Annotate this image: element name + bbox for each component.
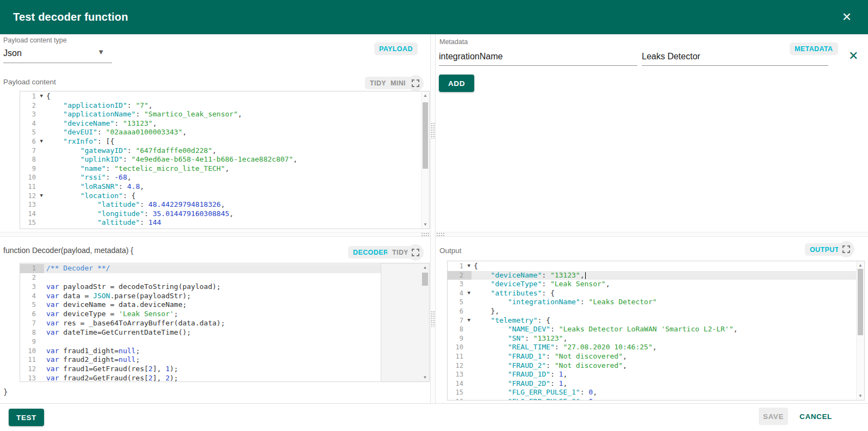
scroll-up-icon[interactable]: ▲ — [421, 265, 429, 270]
code-line[interactable]: 3 "applicationName": "Smartico_leak_sens… — [20, 110, 429, 119]
cancel-button[interactable]: CANCEL — [795, 408, 836, 425]
code-line[interactable]: 10var fraud1_dight=null; — [20, 347, 429, 356]
code-line[interactable]: 3var payloadStr = decodeToString(payload… — [20, 282, 429, 292]
code-line[interactable]: 9 "SN": "13123", — [448, 334, 864, 343]
payload-type-select[interactable]: Json ▼ — [3, 46, 112, 63]
line-number: 11 — [448, 352, 472, 361]
code-line[interactable]: 6var deviceType = 'Leak Sensor'; — [20, 310, 429, 319]
line-number: 13 — [20, 200, 44, 210]
line-number: 4▼ — [448, 289, 472, 298]
scrollbar-thumb[interactable] — [858, 269, 863, 335]
metadata-badge: METADATA — [790, 42, 838, 55]
metadata-label: Metadata — [439, 38, 468, 46]
code-line[interactable]: 15 "FLG_ERR_PULSE_1": 0, — [448, 388, 864, 397]
line-number: 2 — [448, 271, 472, 280]
code-line[interactable]: 7var res = _base64ToArrayBuffer(data.dat… — [20, 319, 429, 328]
line-number: 10 — [448, 343, 472, 352]
code-line[interactable]: 2 — [20, 273, 429, 282]
scroll-down-icon[interactable]: ▼ — [421, 375, 429, 380]
fullscreen-button-payload[interactable] — [407, 75, 424, 91]
code-line[interactable]: 11 "loRaSNR": 4.8, — [20, 182, 429, 192]
line-number: 7 — [20, 146, 44, 156]
fold-arrow-icon[interactable]: ▼ — [468, 316, 470, 325]
code-line[interactable]: 6▼ "rxInfo": [{ — [20, 137, 429, 146]
line-number: 12 — [448, 361, 472, 371]
code-line[interactable]: 14 "longitude": 35.014479160308845, — [20, 210, 429, 219]
splitter-grip[interactable] — [431, 311, 435, 327]
code-line[interactable]: 12▼ "location": { — [20, 192, 429, 201]
code-line[interactable]: 1▼{ — [20, 92, 429, 101]
decoder-scrollbar[interactable]: ▲ ▼ — [421, 263, 429, 381]
fold-arrow-icon[interactable]: ▼ — [468, 261, 470, 270]
code-line[interactable]: 15 "altitude": 144 — [20, 218, 429, 227]
fold-arrow-icon[interactable]: ▼ — [40, 191, 43, 200]
code-line[interactable]: 1/** Decoder **/ — [20, 264, 429, 273]
code-line[interactable]: 10 "rssi": -68, — [20, 173, 429, 182]
close-icon[interactable]: × — [836, 7, 857, 27]
code-line[interactable]: 2 "deviceName": "13123", — [448, 271, 864, 280]
code-line[interactable]: 13 "FRAUD_1D": 1, — [448, 370, 864, 379]
code-line[interactable]: 4 "deviceName": "13123", — [20, 119, 429, 128]
code-line[interactable]: 14 "FRAUD_2D": 1, — [448, 379, 864, 389]
line-number: 1▼ — [20, 92, 44, 101]
code-line[interactable]: 7 "gatewayID": "647fdafffe00d228", — [20, 146, 429, 156]
metadata-delete-icon[interactable]: ✕ — [848, 50, 858, 62]
code-line[interactable]: 5var deviceName = data.deviceName; — [20, 300, 429, 310]
code-line[interactable]: 8 "NAME_DEV": "Leaks Detector LoRaWAN 'S… — [448, 325, 864, 334]
fold-arrow-icon[interactable]: ▼ — [468, 288, 470, 298]
test-button[interactable]: TEST — [9, 409, 44, 426]
code-line[interactable]: 12var fraud1=GetFraud(res[2], 1); — [20, 365, 429, 374]
output-editor[interactable]: 1▼{2 "deviceName": "13123",3 "deviceType… — [447, 261, 865, 401]
line-number: 15 — [448, 388, 472, 397]
decoder-editor[interactable]: 1/** Decoder **/23var payloadStr = decod… — [20, 263, 430, 382]
payload-editor[interactable]: 1▼{2 "applicationID": "7",3 "application… — [20, 91, 430, 229]
vertical-splitter[interactable] — [430, 34, 436, 403]
payload-type-value: Json — [3, 48, 22, 58]
fullscreen-button-decoder[interactable] — [407, 244, 424, 261]
scroll-up-icon[interactable]: ▲ — [857, 263, 864, 268]
code-line[interactable]: 9 "name": "tectelic_micro_lite_TECH", — [20, 164, 429, 174]
add-button[interactable]: ADD — [439, 75, 474, 92]
fold-arrow-icon[interactable]: ▼ — [40, 91, 43, 101]
scrollbar-thumb[interactable] — [423, 102, 428, 169]
scroll-up-icon[interactable]: ▲ — [421, 93, 429, 98]
fullscreen-icon — [412, 79, 419, 87]
decoder-badge: DECODER — [348, 246, 393, 258]
code-line[interactable]: 13 "latitude": 48.44229794818326, — [20, 200, 429, 210]
line-number: 16 — [448, 397, 472, 401]
code-line[interactable]: 11var fraud2_dight=null; — [20, 355, 429, 365]
line-number: 8 — [20, 155, 44, 164]
code-line[interactable]: 1▼{ — [448, 262, 864, 271]
code-line[interactable]: 9 — [20, 337, 429, 347]
line-number: 1 — [20, 264, 44, 273]
code-line[interactable]: 4▼ "attributes": { — [448, 289, 864, 298]
code-line[interactable]: 8 "uplinkID": "4e9ed6ae-b658-4e11-b686-1… — [20, 155, 429, 164]
code-line[interactable]: 3 "deviceType": "Leak Sensor", — [448, 280, 864, 289]
line-number: 13 — [20, 374, 44, 382]
code-line[interactable]: 16 "FLG_ERR_PULSE_2": 0, — [448, 397, 864, 401]
scrollbar-thumb[interactable] — [422, 273, 428, 286]
fold-arrow-icon[interactable]: ▼ — [40, 137, 43, 146]
code-line[interactable]: 5 "integrationName": "Leaks Detector" — [448, 298, 864, 307]
code-line[interactable]: 12 "FRAUD_2": "Not discovered", — [448, 361, 864, 371]
code-line[interactable]: 8var dateTime=GetCurrentDateTime(); — [20, 328, 429, 337]
code-line[interactable]: 10 "REAL_TIME": "27.08.2020 10:46:25", — [448, 343, 864, 352]
line-number: 6 — [448, 307, 472, 316]
save-button[interactable]: SAVE — [759, 408, 788, 425]
metadata-key-input[interactable] — [439, 47, 637, 66]
code-line[interactable]: 7▼ "telemetry": { — [448, 316, 864, 325]
code-line[interactable]: 5 "devEUI": "02aaaa0100003343", — [20, 128, 429, 137]
payload-scrollbar[interactable]: ▲ ▼ — [421, 91, 429, 229]
code-line[interactable]: 2 "applicationID": "7", — [20, 101, 429, 110]
output-scrollbar[interactable]: ▲ ▼ — [856, 261, 864, 400]
code-line[interactable]: 6 }, — [448, 307, 864, 316]
splitter-grip[interactable] — [431, 122, 435, 139]
line-number: 9 — [20, 164, 44, 174]
scroll-down-icon[interactable]: ▼ — [421, 222, 429, 227]
code-line[interactable]: 13var fraud2=GetFraud(res[2], 2); — [20, 374, 429, 382]
fullscreen-button-output[interactable] — [838, 241, 854, 257]
scroll-down-icon[interactable]: ▼ — [857, 393, 864, 398]
code-line[interactable]: 11 "FRAUD_1": "Not discovered", — [448, 352, 864, 361]
line-number: 2 — [20, 273, 44, 282]
code-line[interactable]: 4var data = JSON.parse(payloadStr); — [20, 292, 429, 301]
